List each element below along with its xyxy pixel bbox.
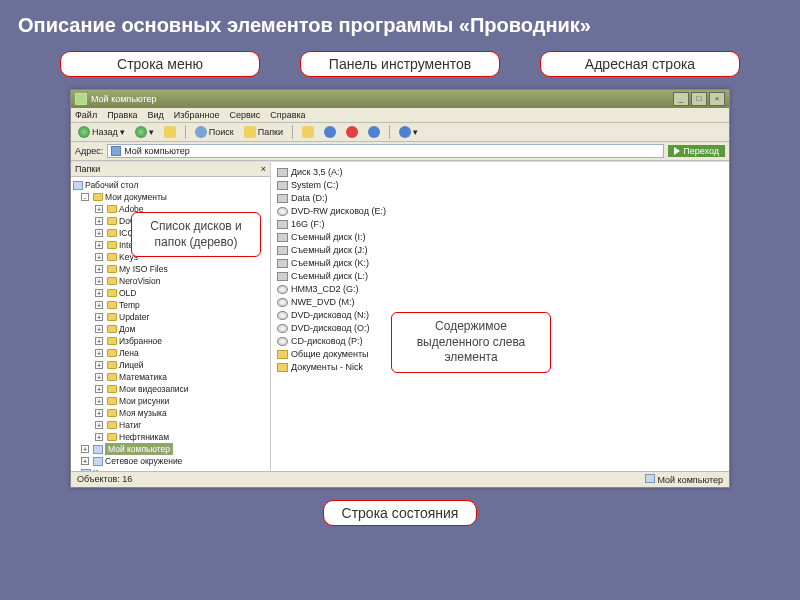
tree-item[interactable]: +Temp [73, 299, 268, 311]
separator [292, 125, 293, 139]
folders-icon [244, 126, 256, 138]
tree-item[interactable]: +Мои рисунки [73, 395, 268, 407]
expand-icon[interactable]: + [95, 397, 103, 405]
titlebar[interactable]: Мой компьютер _ □ × [71, 90, 729, 108]
drive-item[interactable]: System (C:) [277, 179, 723, 192]
expand-icon[interactable]: + [95, 253, 103, 261]
views-icon [399, 126, 411, 138]
expand-icon[interactable]: + [95, 289, 103, 297]
drive-item[interactable]: Съемный диск (I:) [277, 231, 723, 244]
tree-my-documents[interactable]: Мои документы [105, 191, 167, 203]
expand-icon[interactable]: + [95, 241, 103, 249]
go-button[interactable]: Переход [668, 145, 725, 157]
minimize-button[interactable]: _ [673, 92, 689, 106]
menu-help[interactable]: Справка [270, 110, 305, 120]
folder-icon [107, 433, 117, 441]
tool-btn[interactable] [343, 125, 361, 139]
drive-item[interactable]: 16G (F:) [277, 218, 723, 231]
tree-item[interactable]: +Мои видеозаписи [73, 383, 268, 395]
tree-item[interactable]: +Математика [73, 371, 268, 383]
drive-item[interactable]: Съемный диск (L:) [277, 270, 723, 283]
drive-icon [277, 311, 288, 320]
folder-icon [107, 241, 117, 249]
toolbar: Назад ▾ ▾ Поиск Папки ▾ [71, 123, 729, 142]
menu-edit[interactable]: Правка [107, 110, 137, 120]
tree-item[interactable]: +OLD [73, 287, 268, 299]
expand-icon[interactable]: + [95, 337, 103, 345]
drive-item[interactable]: NWE_DVD (M:) [277, 296, 723, 309]
up-button[interactable] [161, 125, 179, 139]
drive-item[interactable]: DVD-RW дисковод (E:) [277, 205, 723, 218]
views-button[interactable]: ▾ [396, 125, 421, 139]
tree-my-computer[interactable]: Мой компьютер [105, 443, 173, 455]
tree-item[interactable]: +Избранное [73, 335, 268, 347]
folder-icon [107, 301, 117, 309]
menu-tools[interactable]: Сервис [229, 110, 260, 120]
tree-item[interactable]: +NeroVision [73, 275, 268, 287]
expand-icon[interactable]: + [95, 217, 103, 225]
tree-item[interactable]: +Лицей [73, 359, 268, 371]
forward-button[interactable]: ▾ [132, 125, 157, 139]
tree-item[interactable]: +Натиг [73, 419, 268, 431]
drive-label: Data (D:) [291, 192, 328, 205]
drive-item[interactable]: Съемный диск (J:) [277, 244, 723, 257]
computer-icon [645, 474, 655, 483]
expand-icon[interactable]: + [95, 409, 103, 417]
collapse-icon[interactable]: - [81, 193, 89, 201]
menu-favorites[interactable]: Избранное [174, 110, 220, 120]
tree-item-label: Temp [119, 299, 140, 311]
tree-item[interactable]: +My ISO Files [73, 263, 268, 275]
search-button[interactable]: Поиск [192, 125, 237, 139]
tool-btn[interactable] [299, 125, 317, 139]
tree-trash[interactable]: Корзина [93, 467, 125, 471]
back-label: Назад [92, 127, 118, 137]
close-button[interactable]: × [709, 92, 725, 106]
expand-icon[interactable]: + [95, 277, 103, 285]
tree-close-button[interactable]: × [261, 164, 266, 174]
expand-icon[interactable]: + [95, 373, 103, 381]
maximize-button[interactable]: □ [691, 92, 707, 106]
drive-icon [277, 285, 288, 294]
expand-icon[interactable]: + [95, 301, 103, 309]
tree-item[interactable]: +Лена [73, 347, 268, 359]
tool-btn[interactable] [365, 125, 383, 139]
drive-item[interactable]: Съемный диск (K:) [277, 257, 723, 270]
tree-item[interactable]: +Дом [73, 323, 268, 335]
status-bar: Объектов: 16 Мой компьютер [71, 471, 729, 487]
expand-icon[interactable]: + [95, 385, 103, 393]
menu-view[interactable]: Вид [148, 110, 164, 120]
tree-item[interactable]: +Нефтяникам [73, 431, 268, 443]
folders-button[interactable]: Папки [241, 125, 286, 139]
content-pane[interactable]: Диск 3,5 (A:)System (C:)Data (D:)DVD-RW … [271, 162, 729, 471]
expand-icon[interactable]: + [95, 433, 103, 441]
menu-file[interactable]: Файл [75, 110, 97, 120]
expand-icon[interactable]: + [81, 457, 89, 465]
tree-root[interactable]: Рабочий стол [85, 179, 138, 191]
tool-icon [302, 126, 314, 138]
folder-icon [107, 265, 117, 273]
expand-icon[interactable]: + [95, 361, 103, 369]
expand-icon[interactable]: + [95, 205, 103, 213]
expand-icon[interactable]: + [95, 325, 103, 333]
callout-row-top: Строка меню Панель инструментов Адресная… [0, 47, 800, 85]
tool-btn[interactable] [321, 125, 339, 139]
expand-icon[interactable]: + [95, 265, 103, 273]
address-input[interactable]: Мой компьютер [107, 144, 664, 158]
expand-icon[interactable]: + [95, 229, 103, 237]
expand-icon[interactable]: + [81, 445, 89, 453]
expand-icon[interactable]: + [95, 349, 103, 357]
tree-network[interactable]: Сетевое окружение [105, 455, 182, 467]
expand-icon[interactable]: + [95, 313, 103, 321]
drive-item[interactable]: HMM3_CD2 (G:) [277, 283, 723, 296]
back-button[interactable]: Назад ▾ [75, 125, 128, 139]
tree-item[interactable]: +Моя музыка [73, 407, 268, 419]
drive-icon [277, 233, 288, 242]
drive-item[interactable]: Data (D:) [277, 192, 723, 205]
folder-icon [107, 229, 117, 237]
expand-icon[interactable]: + [95, 421, 103, 429]
drive-label: DVD-дисковод (O:) [291, 322, 370, 335]
tree-item[interactable]: +Updater [73, 311, 268, 323]
drive-icon [277, 168, 288, 177]
drive-item[interactable]: Диск 3,5 (A:) [277, 166, 723, 179]
status-location: Мой компьютер [645, 474, 723, 485]
